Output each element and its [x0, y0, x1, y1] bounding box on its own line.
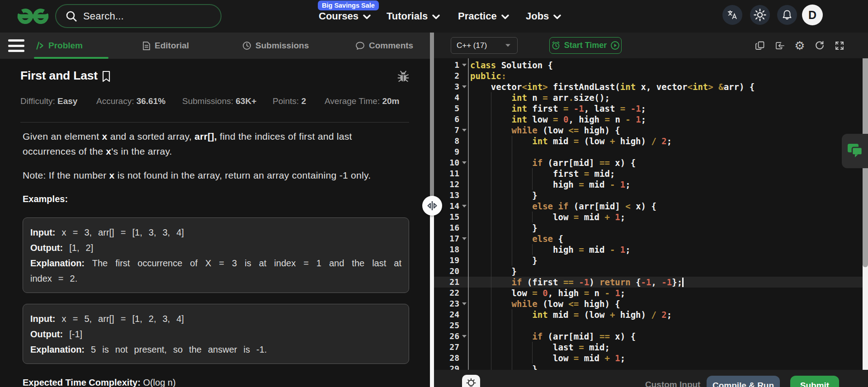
nav-item-practice[interactable]: Practice	[458, 0, 509, 33]
chat-widget[interactable]	[842, 134, 868, 168]
code-token: =	[620, 104, 625, 113]
example-box-2: Input: x = 5, arr[] = [1, 2, 3, 4]Output…	[23, 304, 409, 364]
play-circle-icon	[610, 41, 620, 50]
example-line: Output: [-1]	[30, 326, 401, 342]
code-token: , last	[584, 104, 620, 113]
custom-input-link[interactable]: Custom Input	[645, 380, 700, 387]
stat-value: 20m	[382, 96, 399, 106]
code-token: (low	[538, 125, 569, 135]
submissions-clock-icon	[242, 41, 251, 50]
code-token: 0	[542, 288, 547, 298]
language-select[interactable]: C++ (17)	[451, 37, 518, 54]
start-timer-button[interactable]: Start Timer	[549, 37, 622, 54]
code-token	[553, 201, 558, 211]
avatar[interactable]: D	[802, 5, 823, 25]
editor-scrollbar[interactable]	[863, 58, 868, 370]
code-text: low = 0, high = n - 1;	[470, 288, 625, 298]
translate-button[interactable]	[722, 5, 742, 25]
code-token: };	[672, 277, 682, 287]
code-token: -	[610, 245, 615, 255]
fold-arrow-icon[interactable]	[462, 205, 467, 208]
custom-input-box-icon[interactable]	[775, 41, 785, 51]
example-line: Explanation: 5 is not present, so the an…	[30, 342, 401, 357]
tab-comments[interactable]: Comments	[355, 33, 413, 59]
code-token	[470, 93, 512, 103]
gear-icon[interactable]: ⚙	[795, 41, 805, 51]
stat-label: Accuracy:	[96, 96, 134, 106]
tab-submissions[interactable]: Submissions	[242, 33, 309, 59]
code-line-14: 14 else if (arr[mid] < x) {	[434, 201, 863, 212]
code-editor[interactable]: 1class Solution {2public:3 vector<int> f…	[434, 58, 863, 370]
fold-arrow-icon[interactable]	[462, 85, 467, 88]
code-text: while (low <= high) {	[470, 125, 620, 136]
code-text: vector<int> firstAndLast(int x, vector<i…	[470, 81, 755, 92]
split-drag-handle[interactable]	[422, 196, 442, 216]
reset-icon[interactable]	[815, 41, 825, 51]
example-line: Output: [1, 2]	[30, 240, 401, 255]
fold-arrow-icon[interactable]	[462, 302, 467, 305]
code-token	[568, 104, 573, 113]
fold-arrow-icon[interactable]	[462, 161, 467, 164]
problem-stats: Difficulty: EasyAccuracy: 36.61%Submissi…	[0, 96, 430, 108]
left-scrollbar-thumb[interactable]	[430, 33, 434, 198]
chevron-down-icon	[432, 14, 440, 19]
tab-editorial[interactable]: Editorial	[142, 33, 189, 59]
code-token: int	[512, 104, 527, 113]
code-token: int	[532, 136, 547, 146]
code-token	[558, 114, 563, 124]
code-token: &	[718, 82, 723, 92]
chevron-down-icon	[363, 14, 371, 19]
compile-run-button[interactable]: Compile & Run	[707, 376, 780, 387]
search-input[interactable]: Search...	[55, 4, 222, 28]
bookmark-icon[interactable]	[101, 70, 111, 83]
code-token: -1	[579, 277, 589, 287]
code-token: (low	[579, 310, 610, 320]
code-line-12: 12 high = mid - 1;	[434, 179, 863, 190]
fold-arrow-icon[interactable]	[462, 335, 467, 338]
code-token: 1	[620, 245, 625, 255]
code-text: int low = 0, high = n - 1;	[470, 114, 646, 125]
line-number: 3	[434, 81, 459, 92]
fold-arrow-icon[interactable]	[462, 64, 467, 66]
code-token: )	[589, 277, 599, 287]
code-token: int	[620, 82, 636, 92]
nav-item-tutorials[interactable]: Tutorials	[387, 0, 440, 33]
sale-badge: Big Savings Sale	[318, 0, 379, 10]
fold-arrow-icon[interactable]	[462, 129, 467, 132]
fold-arrow-icon[interactable]	[462, 237, 467, 240]
code-line-29: 29 }	[434, 363, 863, 370]
hint-bulb-button[interactable]	[462, 375, 480, 387]
text-run: x = 5, arr[] = [1, 2, 3, 4]	[56, 314, 184, 324]
code-token: n	[527, 93, 542, 103]
notifications-button[interactable]	[777, 5, 797, 25]
code-token	[656, 310, 661, 320]
code-token	[656, 136, 661, 146]
fullscreen-icon[interactable]	[835, 41, 844, 51]
tab-problem[interactable]: Problem	[35, 33, 83, 59]
text-run: Output:	[30, 329, 63, 339]
gfg-logo[interactable]	[16, 6, 50, 27]
chevron-down-icon	[505, 43, 511, 47]
code-token: mid	[584, 245, 610, 255]
submit-button[interactable]: Submit	[790, 376, 839, 387]
bug-icon[interactable]	[397, 71, 409, 82]
code-token: n	[610, 114, 625, 124]
code-token: mid	[548, 310, 574, 320]
code-line-20: 20 }	[434, 266, 863, 277]
code-text: while (low <= high) {	[470, 298, 620, 309]
nav-item-jobs[interactable]: Jobs	[526, 0, 561, 33]
code-text: int n = arr.size();	[470, 92, 610, 103]
code-token: int	[693, 82, 708, 92]
code-text: if (arr[mid] == x) {	[470, 331, 636, 342]
example-line: Input: x = 5, arr[] = [1, 2, 3, 4]	[30, 311, 401, 326]
editorial-doc-icon	[142, 41, 151, 51]
copy-icon[interactable]	[755, 41, 765, 51]
theme-toggle-button[interactable]	[750, 5, 770, 25]
line-number: 23	[434, 298, 459, 309]
code-token	[470, 125, 512, 135]
code-token: arr	[548, 93, 569, 103]
code-line-8: 8 int mid = (low + high) / 2;	[434, 136, 863, 146]
code-line-27: 27 last = mid;	[434, 342, 863, 353]
code-token: else	[532, 201, 553, 211]
code-token	[610, 212, 615, 222]
